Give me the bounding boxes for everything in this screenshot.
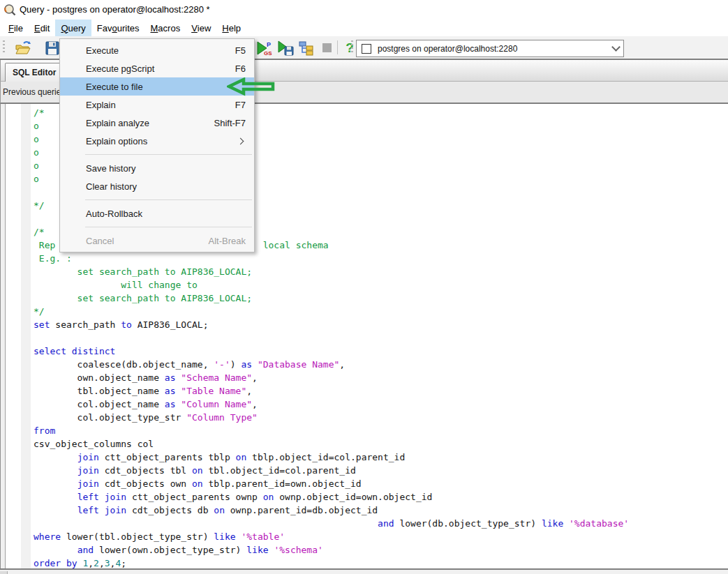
code-line: own.object_name as "Schema Name",	[34, 371, 629, 384]
stop-square-icon	[322, 43, 332, 52]
query-menu-popup: Execute F5 Execute pgScript F6 Execute t…	[59, 38, 255, 252]
code-line: set search_path to AIP836_LOCAL;	[34, 292, 629, 305]
submenu-arrow-icon	[237, 137, 244, 144]
menubar-item-query[interactable]: Query	[55, 20, 91, 36]
title-bar: Query - postgres on operator@localhost:2…	[0, 0, 728, 20]
menu-item-cancel[interactable]: Cancel Alt-Break	[60, 232, 254, 250]
code-line: left join cdt_objects db on ownp.parent_…	[34, 504, 629, 517]
menu-item-clear-history[interactable]: Clear history	[60, 177, 254, 195]
code-line: and lower(own.object_type_str) like '%sc…	[34, 543, 629, 557]
menubar-item-favourites[interactable]: Favourites	[91, 20, 145, 36]
floppy-disk-icon	[45, 40, 60, 56]
annotation-arrow-left-icon	[227, 77, 276, 96]
code-line: tbl.object_name as "Table Name",	[34, 384, 629, 398]
code-line: select distinct	[34, 345, 629, 358]
code-line: set search_path to AIP836_LOCAL;	[34, 318, 629, 331]
menu-item-auto-rollback[interactable]: Auto-Rollback	[60, 204, 254, 222]
menubar-item-file[interactable]: File	[3, 20, 29, 36]
menubar-item-edit[interactable]: Edit	[29, 20, 55, 36]
open-file-button[interactable]	[14, 39, 32, 56]
editor-fold-margin	[21, 104, 31, 568]
code-line: join cdt_objects tbl on tbl.object_id=co…	[34, 464, 629, 477]
menu-item-execute[interactable]: Execute F5	[60, 41, 254, 59]
connection-combo-value: postgres on operator@localhost:2280	[378, 44, 608, 54]
menubar-item-view[interactable]: View	[186, 20, 216, 36]
code-line: order by 1,2,3,4;	[34, 557, 629, 568]
magnifier-query-icon	[3, 3, 16, 16]
code-line: and lower(db.object_type_str) like '%dat…	[34, 517, 629, 530]
code-line: left join ctt_object_parents ownp on own…	[34, 490, 629, 504]
toolbar-grip[interactable]	[3, 40, 5, 54]
query-tool-window: Query - postgres on operator@localhost:2…	[0, 0, 728, 574]
code-line: where lower(tbl.object_type_str) like '%…	[34, 530, 629, 543]
play-floppy-icon	[276, 40, 295, 56]
chevron-down-icon	[611, 43, 621, 52]
menu-separator	[85, 199, 252, 200]
menu-item-execute-pgscript[interactable]: Execute pgScript F6	[60, 59, 254, 77]
svg-text:P: P	[267, 41, 271, 48]
menu-item-explain[interactable]: Explain F7	[60, 96, 254, 114]
editor-left-border	[0, 104, 6, 568]
explain-query-button[interactable]	[297, 39, 315, 56]
code-line: join cdt_objects own on tblp.parent_id=o…	[34, 477, 629, 490]
code-line: set search_path to AIP836_LOCAL;	[34, 265, 629, 278]
window-title: Query - postgres on operator@localhost:2…	[20, 4, 210, 15]
cancel-query-button[interactable]	[318, 39, 336, 56]
menu-item-save-history[interactable]: Save history	[60, 159, 254, 177]
combo-grip[interactable]	[351, 40, 353, 54]
menu-bar: File Edit Query Favourites Macros View H…	[0, 20, 728, 36]
svg-text:GS: GS	[264, 50, 272, 56]
folder-open-icon	[15, 40, 31, 56]
code-line: csv_object_columns col	[34, 437, 629, 451]
code-line: join ctt_object_parents tblp on tblp.obj…	[34, 451, 629, 464]
connection-checkbox[interactable]	[362, 44, 371, 54]
toolbar-separator	[337, 40, 338, 54]
menubar-item-macros[interactable]: Macros	[145, 20, 186, 36]
code-line: col.object_name as "Column Name",	[34, 398, 629, 411]
previous-queries-label: Previous queries	[3, 87, 65, 97]
horizontal-scrollbar[interactable]	[0, 568, 728, 574]
play-pgscript-icon: P GS	[255, 40, 274, 56]
connection-combo[interactable]: postgres on operator@localhost:2280	[356, 40, 624, 57]
code-line	[34, 331, 629, 345]
menubar-item-help[interactable]: Help	[216, 20, 246, 36]
execute-to-file-button[interactable]	[276, 39, 295, 56]
combo-dropdown-button[interactable]	[608, 40, 623, 56]
execute-pgscript-button[interactable]: P GS	[255, 39, 274, 56]
code-line: coalesce(db.object_name, '-') as "Databa…	[34, 358, 629, 371]
code-line: */	[34, 305, 629, 318]
code-line: will change to	[34, 278, 629, 292]
menu-separator	[85, 154, 252, 155]
menu-item-execute-to-file[interactable]: Execute to file	[60, 77, 254, 96]
menu-item-explain-analyze[interactable]: Explain analyze Shift-F7	[60, 114, 254, 132]
tab-sql-editor[interactable]: SQL Editor	[5, 63, 64, 82]
code-line: E.g. :	[34, 252, 629, 265]
scrollbar-left-button[interactable]	[0, 571, 8, 574]
menu-item-explain-options[interactable]: Explain options	[60, 132, 254, 150]
code-line: from	[34, 424, 629, 437]
code-line: col.object_type_str "Column Type"	[34, 411, 629, 424]
explain-tree-icon	[298, 40, 315, 56]
menu-separator	[85, 227, 252, 227]
